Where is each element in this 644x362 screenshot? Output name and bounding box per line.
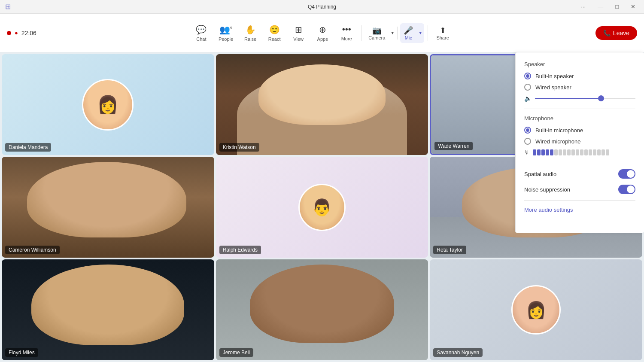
titlebar-left: ⊞ [5, 3, 11, 11]
wired-mic-radio[interactable] [524, 138, 531, 145]
level-bar-6 [554, 149, 558, 155]
people-button[interactable]: 👥9 People [214, 22, 237, 44]
people-icon: 👥9 [219, 24, 232, 35]
mic-button[interactable]: 🎤 Mic [400, 23, 416, 43]
noise-suppression-row: Noise suppression [524, 185, 635, 194]
level-bar-18 [606, 149, 609, 155]
camera-caret-button[interactable]: ▼ [389, 28, 396, 38]
level-bar-15 [593, 149, 596, 155]
level-bar-14 [589, 149, 592, 155]
ms-teams-logo: ⊞ [5, 3, 11, 11]
volume-icon: 🔈 [524, 95, 532, 102]
view-icon: ⊞ [295, 24, 302, 35]
react-label: React [268, 37, 281, 42]
mic-group: 🎤 Mic ▼ [400, 23, 424, 43]
level-bar-16 [597, 149, 601, 155]
spatial-audio-row: Spatial audio [524, 169, 635, 179]
more-button[interactable]: ••• More [335, 22, 358, 44]
builtin-speaker-option[interactable]: Built-in speaker [524, 73, 635, 79]
level-bar-13 [584, 149, 588, 155]
window-title: Q4 Planning [308, 4, 336, 10]
builtin-mic-option[interactable]: Built-in microphone [524, 127, 635, 134]
leave-button[interactable]: 📞 Leave [595, 26, 637, 40]
spatial-audio-label: Spatial audio [524, 171, 556, 177]
leave-label: Leave [613, 30, 629, 37]
mic-caret-button[interactable]: ▼ [416, 28, 424, 38]
noise-suppression-toggle[interactable] [618, 185, 635, 194]
camera-icon: 📷 [372, 26, 382, 35]
raise-icon: ✋ [245, 24, 256, 35]
level-bar-4 [546, 149, 549, 155]
video-cell-cameron[interactable]: Cameron Williamson [2, 157, 214, 258]
volume-slider-thumb[interactable] [598, 95, 604, 101]
apps-label: Apps [317, 37, 328, 42]
chat-button[interactable]: 💬 Chat [190, 22, 213, 44]
noise-suppression-thumb [627, 186, 635, 193]
camera-caret-icon: ▼ [390, 30, 395, 35]
builtin-mic-radio[interactable] [524, 127, 531, 134]
builtin-mic-label: Built-in microphone [535, 127, 583, 134]
window-controls: ··· — □ ✕ [577, 3, 639, 11]
apps-icon: ⊕ [319, 24, 326, 35]
mic-icon: 🎤 [404, 26, 413, 35]
view-button[interactable]: ⊞ View [287, 22, 310, 44]
wired-speaker-label: Wired speaker [535, 84, 571, 91]
more-icon: ••• [342, 24, 351, 34]
video-cell-ralph[interactable]: 👨 Ralph Edwards [216, 157, 428, 258]
share-button[interactable]: ⬆ Share [431, 23, 454, 43]
level-bar-7 [559, 149, 562, 155]
level-bar-3 [541, 149, 545, 155]
level-bar-11 [576, 149, 579, 155]
section-divider-2 [524, 163, 635, 163]
participant-name-reta: Reta Taylor [433, 246, 466, 254]
level-bar-17 [601, 149, 605, 155]
camera-group: 📷 Camera ▼ [365, 23, 398, 43]
camera-button[interactable]: 📷 Camera [365, 23, 389, 43]
recording-dot: ● [15, 30, 18, 36]
record-icon [7, 31, 11, 35]
more-label: More [341, 36, 352, 41]
timer-section: ● 22:06 [7, 30, 36, 37]
spatial-audio-toggle[interactable] [618, 169, 635, 179]
noise-suppression-label: Noise suppression [524, 186, 570, 193]
level-bar-8 [563, 149, 566, 155]
level-bar-2 [537, 149, 541, 155]
close-button[interactable]: ✕ [627, 3, 639, 11]
mic-label: Mic [405, 35, 412, 40]
microphone-section-title: Microphone [524, 115, 635, 122]
minimize-button[interactable]: — [594, 3, 607, 11]
section-divider-3 [524, 200, 635, 201]
mic-level-row: 🎙 [524, 149, 635, 156]
video-cell-jerome[interactable]: Jerome Bell [216, 259, 428, 360]
level-bar-1 [533, 149, 536, 155]
mic-caret-icon: ▼ [418, 30, 422, 35]
volume-slider-track[interactable] [535, 98, 635, 99]
leave-section: 📞 Leave [595, 26, 637, 40]
builtin-speaker-label: Built-in speaker [535, 73, 574, 79]
raise-button[interactable]: ✋ Raise [239, 22, 261, 44]
audio-settings-panel: Speaker Built-in speaker Wired speaker 🔈… [515, 52, 644, 233]
more-audio-settings-link[interactable]: More audio settings [524, 207, 635, 213]
raise-label: Raise [244, 37, 256, 42]
react-icon: 🙂 [269, 24, 280, 35]
wired-mic-option[interactable]: Wired microphone [524, 138, 635, 145]
react-button[interactable]: 🙂 React [263, 22, 286, 44]
participant-name-jerome: Jerome Bell [219, 348, 253, 357]
wired-mic-label: Wired microphone [535, 138, 581, 145]
video-cell-kristin[interactable]: Kristin Watson [216, 54, 428, 155]
toolbar-divider2 [428, 25, 428, 41]
builtin-speaker-radio[interactable] [524, 73, 531, 79]
apps-button[interactable]: ⊕ Apps [311, 22, 334, 44]
wired-speaker-option[interactable]: Wired speaker [524, 84, 635, 91]
video-cell-savannah[interactable]: 👩 Savannah Nguyen [430, 259, 642, 360]
share-label: Share [436, 35, 449, 40]
level-bar-10 [571, 149, 575, 155]
more-options-button[interactable]: ··· [577, 3, 589, 11]
wired-speaker-radio[interactable] [524, 84, 531, 91]
section-divider [524, 109, 635, 109]
share-icon: ⬆ [440, 26, 446, 35]
video-cell-daniela[interactable]: 👩 Daniela Mandera [2, 54, 214, 155]
maximize-button[interactable]: □ [612, 3, 622, 11]
video-cell-floyd[interactable]: Floyd Miles [2, 259, 214, 360]
volume-slider-fill [535, 98, 600, 99]
